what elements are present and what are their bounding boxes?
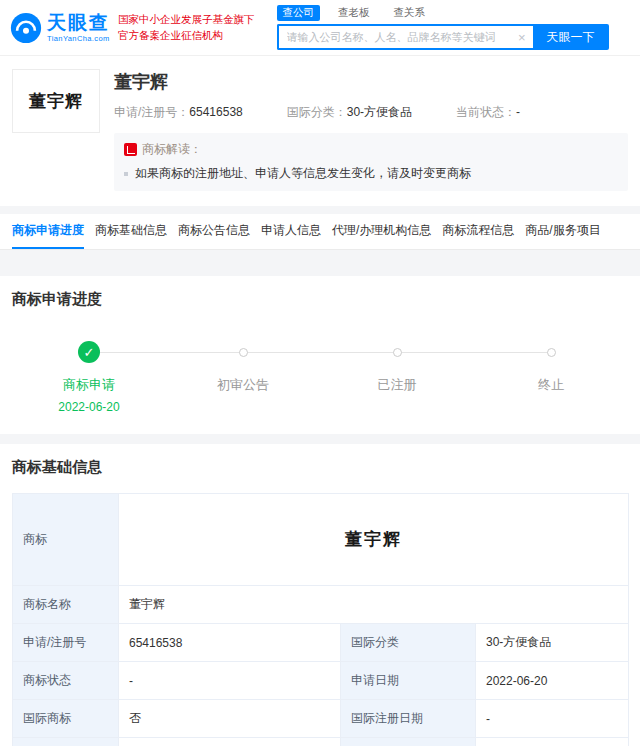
timeline-step-terminated: 终止	[474, 341, 628, 414]
cell-value: -	[476, 700, 629, 738]
cell-label: 国际分类	[341, 624, 476, 662]
timeline-step-preliminary-publication: 初审公告	[166, 341, 320, 414]
cell-value: 否	[119, 700, 341, 738]
progress-section-title: 商标申请进度	[12, 290, 628, 309]
cell-label: 商标结构	[341, 738, 476, 746]
tianyancha-logo-icon	[10, 12, 42, 44]
table-row: 商标状态 - 申请日期 2022-06-20	[13, 662, 629, 700]
tab-agency-info[interactable]: 代理/办理机构信息	[332, 214, 431, 249]
basic-info-table: 商标 董宇辉 商标名称 董宇辉 申请/注册号 65416538 国际分类 30-…	[12, 493, 629, 746]
basic-info-section-title: 商标基础信息	[12, 458, 628, 477]
top-header: 天眼查 TianYanCha.com 国家中小企业发展子基金旗下 官方备案企业征…	[0, 0, 640, 56]
cell-label: 申请日期	[341, 662, 476, 700]
cell-value: 65416538	[119, 624, 341, 662]
search-input[interactable]	[277, 24, 533, 50]
section-nav: 商标申请进度 商标基础信息 商标公告信息 申请人信息 代理/办理机构信息 商标流…	[0, 214, 640, 250]
tianyancha-logo[interactable]: 天眼查 TianYanCha.com	[10, 12, 110, 44]
cell-label: 国际注册日期	[341, 700, 476, 738]
summary-main: 董宇辉 申请/注册号：65416538 国际分类：30-方便食品 当前状态：- …	[114, 69, 628, 191]
tab-goods-services[interactable]: 商品/服务项目	[525, 214, 600, 249]
check-icon: ✓	[78, 341, 100, 363]
search-tabs: 查公司 查老板 查关系	[277, 5, 609, 21]
trademark-image-cell: 董宇辉	[309, 507, 439, 573]
field-intl-class: 国际分类：30-方便食品	[287, 104, 412, 121]
cell-label: 商标状态	[13, 662, 119, 700]
cell-value: -	[119, 662, 341, 700]
field-current-status: 当前状态：-	[456, 104, 520, 121]
cell-label: 商标名称	[13, 586, 119, 624]
search-tab-boss[interactable]: 查老板	[332, 5, 376, 21]
cell-value: 2022-06-20	[476, 662, 629, 700]
basic-info-panel: 商标基础信息 商标 董宇辉 商标名称 董宇辉 申请/注册号 65416538 国…	[0, 444, 640, 746]
search-block: 查公司 查老板 查关系 × 天眼一下	[277, 5, 609, 50]
tab-applicant-info[interactable]: 申请人信息	[261, 214, 321, 249]
cell-label: 申请/注册号	[13, 624, 119, 662]
search-tab-relation[interactable]: 查关系	[388, 5, 432, 21]
trademark-image: 董宇辉	[12, 69, 100, 133]
interpretation-icon	[124, 143, 137, 156]
tab-basic-info[interactable]: 商标基础信息	[95, 214, 167, 249]
bullet-icon	[124, 172, 128, 176]
cell-label: 国际商标	[13, 700, 119, 738]
pending-circle-icon	[239, 348, 248, 357]
progress-panel: 商标申请进度 ✓ 商标申请 2022-06-20 初审公告 已注册	[0, 276, 640, 434]
search-input-wrap: ×	[277, 24, 533, 50]
logo-text: 天眼查 TianYanCha.com	[47, 13, 110, 43]
interpretation-item: 如果商标的注册地址、申请人等信息发生变化，请及时变更商标	[124, 165, 618, 182]
logo-subtitle: TianYanCha.com	[47, 34, 110, 43]
cell-value: 纯中文	[476, 738, 629, 746]
cell-value: 30-方便食品	[476, 624, 629, 662]
table-row: 商标 董宇辉	[13, 494, 629, 586]
search-button[interactable]: 天眼一下	[533, 24, 609, 50]
slogan-line-2: 官方备案企业征信机构	[118, 28, 255, 44]
cell-value: -	[119, 738, 341, 746]
tab-process-info[interactable]: 商标流程信息	[442, 214, 514, 249]
clear-search-icon[interactable]: ×	[518, 31, 526, 44]
interpretation-title: 商标解读：	[142, 141, 202, 158]
interpretation-header: 商标解读：	[124, 141, 618, 158]
pending-circle-icon	[547, 348, 556, 357]
page: 天眼查 TianYanCha.com 国家中小企业发展子基金旗下 官方备案企业征…	[0, 0, 640, 746]
cell-value: 董宇辉	[119, 586, 629, 624]
cell-label: 商标类型	[13, 738, 119, 746]
table-row: 商标类型 - 商标结构 纯中文	[13, 738, 629, 746]
timeline-step-registered: 已注册	[320, 341, 474, 414]
timeline-step-label: 已注册	[378, 376, 417, 394]
timeline-step-label: 终止	[538, 376, 564, 394]
cell-label: 商标	[13, 494, 119, 586]
field-registration-number: 申请/注册号：65416538	[114, 104, 243, 121]
tab-announcement-info[interactable]: 商标公告信息	[178, 214, 250, 249]
trademark-image-text: 董宇辉	[29, 90, 83, 113]
search-row: × 天眼一下	[277, 24, 609, 50]
page-title: 董宇辉	[114, 70, 628, 94]
tab-trademark-progress[interactable]: 商标申请进度	[12, 214, 84, 249]
timeline-step-applied: ✓ 商标申请 2022-06-20	[12, 341, 166, 414]
trademark-summary: 董宇辉 董宇辉 申请/注册号：65416538 国际分类：30-方便食品 当前状…	[0, 56, 640, 206]
slogan-line-1: 国家中小企业发展子基金旗下	[118, 12, 255, 28]
timeline-step-label: 初审公告	[217, 376, 269, 394]
timeline-step-label: 商标申请	[63, 376, 115, 394]
interpretation-box: 商标解读： 如果商标的注册地址、申请人等信息发生变化，请及时变更商标	[114, 133, 628, 191]
pending-circle-icon	[393, 348, 402, 357]
table-row: 商标名称 董宇辉	[13, 586, 629, 624]
timeline-step-date: 2022-06-20	[58, 400, 119, 414]
interpretation-text: 如果商标的注册地址、申请人等信息发生变化，请及时变更商标	[135, 165, 471, 182]
table-row: 申请/注册号 65416538 国际分类 30-方便食品	[13, 624, 629, 662]
logo-title: 天眼查	[47, 13, 110, 32]
progress-timeline: ✓ 商标申请 2022-06-20 初审公告 已注册	[12, 325, 628, 420]
search-tab-company[interactable]: 查公司	[277, 5, 321, 21]
table-row: 国际商标 否 国际注册日期 -	[13, 700, 629, 738]
header-slogan: 国家中小企业发展子基金旗下 官方备案企业征信机构	[118, 12, 255, 44]
cell-value: 董宇辉	[119, 494, 629, 586]
summary-fields: 申请/注册号：65416538 国际分类：30-方便食品 当前状态：-	[114, 104, 628, 121]
